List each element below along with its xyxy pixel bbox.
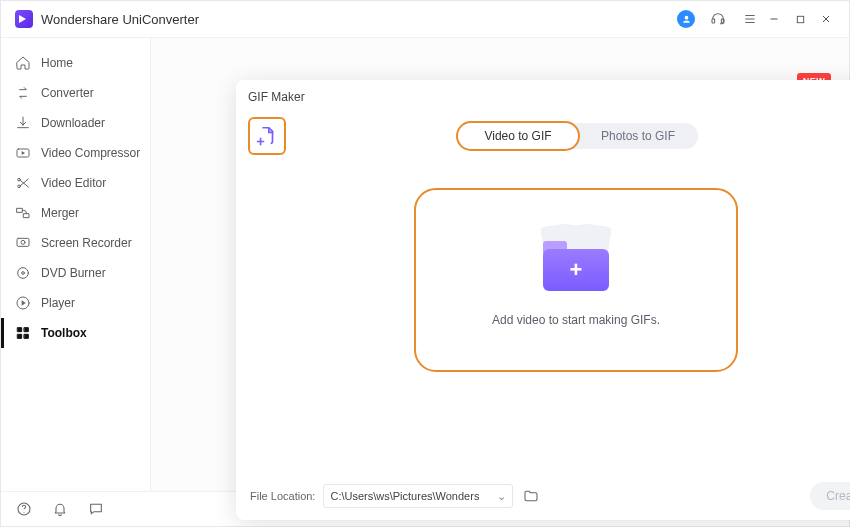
svg-rect-15 [18, 334, 22, 338]
file-location-label: File Location: [250, 490, 315, 502]
dialog-title: GIF Maker [248, 90, 305, 104]
sidebar-item-label: Player [41, 296, 75, 310]
sidebar-item-label: Converter [41, 86, 94, 100]
download-icon [15, 115, 31, 131]
sidebar-item-dvd[interactable]: DVD Burner [1, 258, 150, 288]
toolbox-icon [15, 325, 31, 341]
app-logo [15, 10, 33, 28]
play-icon [15, 295, 31, 311]
tab-video-to-gif[interactable]: Video to GIF [458, 123, 578, 149]
home-icon [15, 55, 31, 71]
svg-rect-6 [17, 208, 22, 212]
sidebar-item-label: DVD Burner [41, 266, 106, 280]
sidebar-item-downloader[interactable]: Downloader [1, 108, 150, 138]
sidebar-item-toolbox[interactable]: Toolbox [1, 318, 150, 348]
sidebar-item-label: Video Editor [41, 176, 106, 190]
svg-rect-1 [721, 19, 724, 23]
svg-rect-0 [712, 19, 715, 23]
file-location-select[interactable]: C:\Users\ws\Pictures\Wonders ⌄ [323, 484, 513, 508]
disc-icon [15, 265, 31, 281]
sidebar-item-label: Home [41, 56, 73, 70]
svg-rect-2 [797, 16, 803, 22]
compressor-icon [15, 145, 31, 161]
sidebar-item-label: Downloader [41, 116, 105, 130]
close-button[interactable] [813, 6, 839, 32]
merger-icon [15, 205, 31, 221]
sidebar-item-label: Merger [41, 206, 79, 220]
sidebar-item-recorder[interactable]: Screen Recorder [1, 228, 150, 258]
minimize-button[interactable] [761, 6, 787, 32]
sidebar-item-compressor[interactable]: Video Compressor [1, 138, 150, 168]
sidebar-item-label: Video Compressor [41, 146, 140, 160]
account-icon[interactable] [675, 8, 697, 30]
recorder-icon [15, 235, 31, 251]
drop-zone[interactable]: + Add video to start making GIFs. [414, 188, 738, 372]
sidebar-item-label: Screen Recorder [41, 236, 132, 250]
svg-rect-16 [24, 334, 28, 338]
menu-icon[interactable] [739, 8, 761, 30]
svg-point-9 [21, 240, 25, 244]
svg-rect-7 [24, 214, 29, 218]
main-area: NEW tor data etadata CD. GIF Maker [151, 38, 849, 491]
support-icon[interactable] [707, 8, 729, 30]
create-gif-button[interactable]: Create GIF [810, 482, 850, 510]
app-title: Wondershare UniConverter [41, 12, 199, 27]
notifications-icon[interactable] [51, 500, 69, 518]
sidebar-item-label: Toolbox [41, 326, 87, 340]
sidebar: Home Converter Downloader Video Compress… [1, 38, 151, 491]
svg-rect-13 [18, 328, 22, 332]
mode-segmented-control: Video to GIF Photos to GIF [458, 123, 698, 149]
drop-zone-message: Add video to start making GIFs. [492, 313, 660, 327]
sidebar-item-home[interactable]: Home [1, 48, 150, 78]
titlebar: Wondershare UniConverter [1, 1, 849, 38]
folder-add-icon: + [537, 233, 615, 295]
scissors-icon [15, 175, 31, 191]
svg-point-18 [23, 512, 24, 513]
sidebar-item-player[interactable]: Player [1, 288, 150, 318]
svg-point-11 [22, 272, 25, 275]
tab-photos-to-gif[interactable]: Photos to GIF [578, 123, 698, 149]
sidebar-item-merger[interactable]: Merger [1, 198, 150, 228]
chevron-down-icon: ⌄ [497, 490, 506, 503]
file-location-value: C:\Users\ws\Pictures\Wonders [330, 490, 479, 502]
sidebar-item-editor[interactable]: Video Editor [1, 168, 150, 198]
add-file-button[interactable] [248, 117, 286, 155]
open-folder-button[interactable] [521, 486, 541, 506]
converter-icon [15, 85, 31, 101]
svg-rect-8 [17, 238, 29, 246]
sidebar-item-converter[interactable]: Converter [1, 78, 150, 108]
gif-maker-dialog: GIF Maker Video to GIF Photos to GIF [236, 80, 850, 520]
svg-point-10 [18, 268, 29, 279]
help-icon[interactable] [15, 500, 33, 518]
feedback-icon[interactable] [87, 500, 105, 518]
svg-rect-14 [24, 328, 28, 332]
maximize-button[interactable] [787, 6, 813, 32]
